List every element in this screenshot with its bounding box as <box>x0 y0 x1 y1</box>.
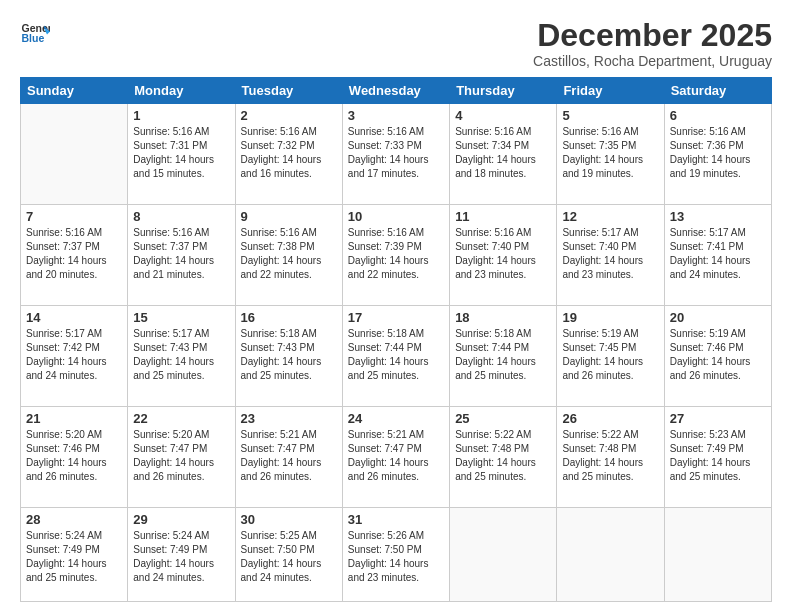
table-row <box>664 507 771 601</box>
table-row: 22Sunrise: 5:20 AM Sunset: 7:47 PM Dayli… <box>128 407 235 508</box>
subtitle: Castillos, Rocha Department, Uruguay <box>533 53 772 69</box>
day-number: 3 <box>348 108 444 123</box>
day-number: 7 <box>26 209 122 224</box>
header-wednesday: Wednesday <box>342 78 449 104</box>
day-info: Sunrise: 5:17 AM Sunset: 7:42 PM Dayligh… <box>26 327 122 383</box>
day-info: Sunrise: 5:16 AM Sunset: 7:33 PM Dayligh… <box>348 125 444 181</box>
day-info: Sunrise: 5:18 AM Sunset: 7:43 PM Dayligh… <box>241 327 337 383</box>
day-number: 13 <box>670 209 766 224</box>
day-info: Sunrise: 5:16 AM Sunset: 7:36 PM Dayligh… <box>670 125 766 181</box>
table-row: 11Sunrise: 5:16 AM Sunset: 7:40 PM Dayli… <box>450 205 557 306</box>
day-info: Sunrise: 5:16 AM Sunset: 7:39 PM Dayligh… <box>348 226 444 282</box>
day-number: 23 <box>241 411 337 426</box>
table-row: 17Sunrise: 5:18 AM Sunset: 7:44 PM Dayli… <box>342 306 449 407</box>
day-number: 5 <box>562 108 658 123</box>
logo: General Blue <box>20 18 50 48</box>
day-info: Sunrise: 5:17 AM Sunset: 7:41 PM Dayligh… <box>670 226 766 282</box>
day-number: 27 <box>670 411 766 426</box>
table-row: 29Sunrise: 5:24 AM Sunset: 7:49 PM Dayli… <box>128 507 235 601</box>
calendar-header-row: Sunday Monday Tuesday Wednesday Thursday… <box>21 78 772 104</box>
day-number: 15 <box>133 310 229 325</box>
table-row: 7Sunrise: 5:16 AM Sunset: 7:37 PM Daylig… <box>21 205 128 306</box>
day-number: 12 <box>562 209 658 224</box>
day-number: 28 <box>26 512 122 527</box>
day-number: 26 <box>562 411 658 426</box>
table-row: 12Sunrise: 5:17 AM Sunset: 7:40 PM Dayli… <box>557 205 664 306</box>
table-row: 31Sunrise: 5:26 AM Sunset: 7:50 PM Dayli… <box>342 507 449 601</box>
day-number: 1 <box>133 108 229 123</box>
day-info: Sunrise: 5:16 AM Sunset: 7:32 PM Dayligh… <box>241 125 337 181</box>
day-info: Sunrise: 5:16 AM Sunset: 7:38 PM Dayligh… <box>241 226 337 282</box>
table-row: 16Sunrise: 5:18 AM Sunset: 7:43 PM Dayli… <box>235 306 342 407</box>
day-number: 6 <box>670 108 766 123</box>
day-number: 11 <box>455 209 551 224</box>
table-row: 21Sunrise: 5:20 AM Sunset: 7:46 PM Dayli… <box>21 407 128 508</box>
day-number: 19 <box>562 310 658 325</box>
day-number: 17 <box>348 310 444 325</box>
table-row: 6Sunrise: 5:16 AM Sunset: 7:36 PM Daylig… <box>664 104 771 205</box>
day-number: 21 <box>26 411 122 426</box>
table-row: 18Sunrise: 5:18 AM Sunset: 7:44 PM Dayli… <box>450 306 557 407</box>
day-number: 25 <box>455 411 551 426</box>
table-row: 15Sunrise: 5:17 AM Sunset: 7:43 PM Dayli… <box>128 306 235 407</box>
day-number: 10 <box>348 209 444 224</box>
table-row <box>557 507 664 601</box>
day-info: Sunrise: 5:16 AM Sunset: 7:31 PM Dayligh… <box>133 125 229 181</box>
day-number: 29 <box>133 512 229 527</box>
day-info: Sunrise: 5:18 AM Sunset: 7:44 PM Dayligh… <box>348 327 444 383</box>
table-row: 8Sunrise: 5:16 AM Sunset: 7:37 PM Daylig… <box>128 205 235 306</box>
table-row: 14Sunrise: 5:17 AM Sunset: 7:42 PM Dayli… <box>21 306 128 407</box>
table-row: 19Sunrise: 5:19 AM Sunset: 7:45 PM Dayli… <box>557 306 664 407</box>
day-info: Sunrise: 5:22 AM Sunset: 7:48 PM Dayligh… <box>562 428 658 484</box>
day-number: 18 <box>455 310 551 325</box>
table-row: 4Sunrise: 5:16 AM Sunset: 7:34 PM Daylig… <box>450 104 557 205</box>
day-info: Sunrise: 5:16 AM Sunset: 7:37 PM Dayligh… <box>26 226 122 282</box>
page: General Blue December 2025 Castillos, Ro… <box>0 0 792 612</box>
header-tuesday: Tuesday <box>235 78 342 104</box>
table-row: 26Sunrise: 5:22 AM Sunset: 7:48 PM Dayli… <box>557 407 664 508</box>
day-number: 4 <box>455 108 551 123</box>
day-info: Sunrise: 5:19 AM Sunset: 7:46 PM Dayligh… <box>670 327 766 383</box>
table-row: 20Sunrise: 5:19 AM Sunset: 7:46 PM Dayli… <box>664 306 771 407</box>
table-row: 27Sunrise: 5:23 AM Sunset: 7:49 PM Dayli… <box>664 407 771 508</box>
day-info: Sunrise: 5:21 AM Sunset: 7:47 PM Dayligh… <box>241 428 337 484</box>
day-info: Sunrise: 5:17 AM Sunset: 7:40 PM Dayligh… <box>562 226 658 282</box>
day-number: 14 <box>26 310 122 325</box>
day-info: Sunrise: 5:20 AM Sunset: 7:47 PM Dayligh… <box>133 428 229 484</box>
day-number: 24 <box>348 411 444 426</box>
table-row: 9Sunrise: 5:16 AM Sunset: 7:38 PM Daylig… <box>235 205 342 306</box>
day-number: 16 <box>241 310 337 325</box>
table-row: 30Sunrise: 5:25 AM Sunset: 7:50 PM Dayli… <box>235 507 342 601</box>
header-friday: Friday <box>557 78 664 104</box>
day-info: Sunrise: 5:20 AM Sunset: 7:46 PM Dayligh… <box>26 428 122 484</box>
calendar-table: Sunday Monday Tuesday Wednesday Thursday… <box>20 77 772 602</box>
table-row: 25Sunrise: 5:22 AM Sunset: 7:48 PM Dayli… <box>450 407 557 508</box>
day-info: Sunrise: 5:22 AM Sunset: 7:48 PM Dayligh… <box>455 428 551 484</box>
day-info: Sunrise: 5:25 AM Sunset: 7:50 PM Dayligh… <box>241 529 337 585</box>
header: General Blue December 2025 Castillos, Ro… <box>20 18 772 69</box>
header-monday: Monday <box>128 78 235 104</box>
table-row: 10Sunrise: 5:16 AM Sunset: 7:39 PM Dayli… <box>342 205 449 306</box>
day-info: Sunrise: 5:24 AM Sunset: 7:49 PM Dayligh… <box>133 529 229 585</box>
svg-text:Blue: Blue <box>22 32 45 44</box>
day-number: 30 <box>241 512 337 527</box>
day-info: Sunrise: 5:17 AM Sunset: 7:43 PM Dayligh… <box>133 327 229 383</box>
day-info: Sunrise: 5:18 AM Sunset: 7:44 PM Dayligh… <box>455 327 551 383</box>
day-info: Sunrise: 5:24 AM Sunset: 7:49 PM Dayligh… <box>26 529 122 585</box>
day-number: 2 <box>241 108 337 123</box>
logo-icon: General Blue <box>20 18 50 48</box>
day-number: 20 <box>670 310 766 325</box>
header-sunday: Sunday <box>21 78 128 104</box>
day-info: Sunrise: 5:21 AM Sunset: 7:47 PM Dayligh… <box>348 428 444 484</box>
header-thursday: Thursday <box>450 78 557 104</box>
main-title: December 2025 <box>533 18 772 53</box>
day-info: Sunrise: 5:16 AM Sunset: 7:35 PM Dayligh… <box>562 125 658 181</box>
table-row <box>450 507 557 601</box>
day-info: Sunrise: 5:16 AM Sunset: 7:34 PM Dayligh… <box>455 125 551 181</box>
table-row: 3Sunrise: 5:16 AM Sunset: 7:33 PM Daylig… <box>342 104 449 205</box>
table-row: 24Sunrise: 5:21 AM Sunset: 7:47 PM Dayli… <box>342 407 449 508</box>
table-row <box>21 104 128 205</box>
table-row: 13Sunrise: 5:17 AM Sunset: 7:41 PM Dayli… <box>664 205 771 306</box>
table-row: 23Sunrise: 5:21 AM Sunset: 7:47 PM Dayli… <box>235 407 342 508</box>
day-number: 8 <box>133 209 229 224</box>
